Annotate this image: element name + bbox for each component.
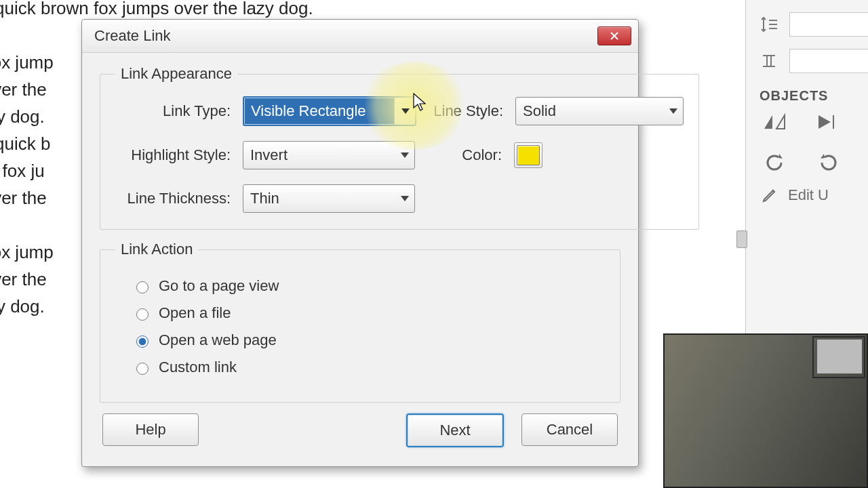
paragraph-spacing-field[interactable] xyxy=(789,49,868,73)
radio-page-view[interactable]: Go to a page view xyxy=(133,277,605,295)
dialog-titlebar[interactable]: Create Link xyxy=(82,20,638,53)
chevron-down-icon xyxy=(401,108,410,114)
line-style-select[interactable]: Solid xyxy=(515,97,684,125)
color-swatch xyxy=(517,145,540,165)
pencil-icon[interactable] xyxy=(761,186,778,204)
color-label: Color: xyxy=(427,146,502,164)
radio-open-file[interactable]: Open a file xyxy=(133,304,605,322)
flip-horizontal-icon[interactable] xyxy=(761,110,788,134)
webcam-overlay xyxy=(663,333,868,488)
line-thickness-value: Thin xyxy=(250,190,279,207)
link-type-label: Link Type: xyxy=(115,102,231,120)
line-style-label: Line Style: xyxy=(429,102,503,120)
close-button[interactable] xyxy=(597,26,631,45)
highlight-style-label: Highlight Style: xyxy=(115,146,231,164)
link-type-value: Visible Rectangle xyxy=(251,102,366,120)
chevron-down-icon xyxy=(401,152,409,158)
cancel-button[interactable]: Cancel xyxy=(521,413,618,446)
flip-vertical-icon[interactable] xyxy=(815,110,842,134)
create-link-dialog: Create Link Link Appearance Link Type: V… xyxy=(81,19,639,467)
line-spacing-icon[interactable] xyxy=(758,15,780,34)
link-action-group: Link Action Go to a page view Open a fil… xyxy=(100,241,620,403)
highlight-style-select[interactable]: Invert xyxy=(243,141,415,169)
rotate-cw-icon[interactable] xyxy=(815,151,842,174)
help-button[interactable]: Help xyxy=(102,413,199,446)
radio-open-web[interactable]: Open a web page xyxy=(133,331,605,349)
objects-section-header: OBJECTS xyxy=(760,88,868,104)
rotate-ccw-icon[interactable] xyxy=(761,151,788,174)
dialog-title: Create Link xyxy=(94,27,171,45)
line-style-value: Solid xyxy=(523,102,556,120)
chevron-down-icon xyxy=(401,196,409,201)
paragraph-spacing-icon[interactable] xyxy=(758,52,780,70)
link-type-select[interactable]: Visible Rectangle xyxy=(243,96,416,126)
highlight-style-value: Invert xyxy=(250,146,288,164)
next-button[interactable]: Next xyxy=(406,413,504,447)
edit-using-label[interactable]: Edit U xyxy=(788,186,829,204)
line-spacing-field[interactable] xyxy=(789,12,868,37)
chevron-down-icon xyxy=(669,108,677,114)
panel-collapse-handle[interactable] xyxy=(736,230,747,248)
radio-custom-link[interactable]: Custom link xyxy=(133,359,605,376)
line-thickness-label: Line Thickness: xyxy=(115,190,231,207)
link-appearance-legend: Link Appearance xyxy=(115,65,237,83)
color-picker[interactable] xyxy=(514,142,542,168)
link-appearance-group: Link Appearance Link Type: Visible Recta… xyxy=(100,65,699,230)
link-action-legend: Link Action xyxy=(115,241,198,258)
line-thickness-select[interactable]: Thin xyxy=(243,184,415,213)
